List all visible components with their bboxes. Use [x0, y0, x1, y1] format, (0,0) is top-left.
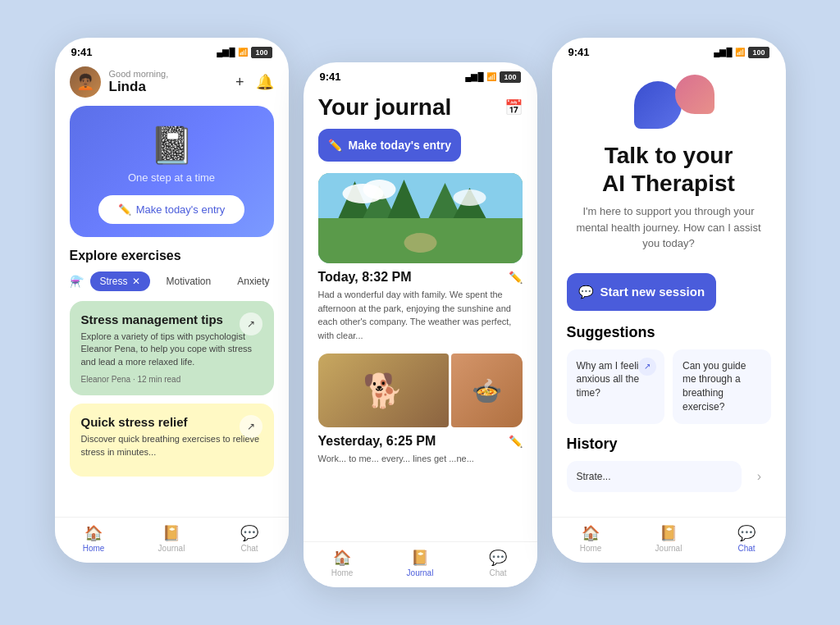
- status-bar-2: 9:41 ▄▆█ 📶 100: [304, 62, 537, 86]
- filter-row: ⚗️ Stress ✕ Motivation Anxiety: [70, 271, 274, 291]
- greeting-text: Good morning, Linda: [109, 69, 169, 95]
- home-icon-1: 🏠: [84, 524, 103, 542]
- nav-home-1[interactable]: 🏠 Home: [73, 524, 114, 553]
- suggestions-section: Suggestions Why am I feeling anxious all…: [552, 324, 786, 424]
- history-section: History Strate... ›: [552, 436, 786, 492]
- pencil-icon-journal: ✏️: [328, 139, 342, 152]
- hero-book-icon: 📓: [86, 124, 258, 167]
- filter-anxiety[interactable]: Anxiety: [227, 271, 273, 291]
- edit-icon-1[interactable]: ✏️: [509, 271, 523, 284]
- nav-chat-2[interactable]: 💬 Chat: [477, 549, 518, 577]
- svg-point-7: [404, 233, 436, 253]
- nav-home-3[interactable]: 🏠 Home: [570, 524, 611, 553]
- journal-icon-1: 📔: [162, 524, 180, 542]
- home-icon-2: 🏠: [333, 549, 351, 567]
- nav-journal-label-3: Journal: [655, 544, 682, 553]
- exercise-card-quick: Quick stress relief Discover quick breat…: [70, 404, 274, 477]
- calendar-icon[interactable]: 📅: [504, 98, 523, 116]
- wifi-icon-2: 📶: [486, 72, 496, 81]
- nav-chat-label-1: Chat: [240, 544, 258, 553]
- journal-entry-1: Today, 8:32 PM ✏️ Had a wonderful day wi…: [318, 173, 523, 342]
- status-bar-3: 9:41 ▄▆█ 📶 100: [552, 38, 786, 62]
- user-info: 🧑🏾‍🦱 Good morning, Linda: [70, 66, 169, 98]
- suggestion-arrow-1: ↗: [638, 358, 656, 376]
- card-meta-1: Eleanor Pena · 12 min read: [81, 375, 262, 384]
- status-bar-1: 9:41 ▄▆█ 📶 100: [55, 38, 289, 62]
- notification-button[interactable]: 🔔: [256, 73, 274, 91]
- entry-image-food: 🍲: [451, 354, 522, 427]
- status-icons-2: ▄▆█ 📶 100: [465, 71, 520, 83]
- add-button[interactable]: +: [235, 73, 244, 91]
- status-time-2: 9:41: [320, 71, 341, 83]
- nav-home-label-3: Home: [580, 544, 602, 553]
- journal-header: Your journal 📅: [304, 86, 537, 129]
- bubble-blue: [634, 81, 682, 129]
- status-time-1: 9:41: [71, 46, 93, 58]
- start-session-button[interactable]: 💬 Start new session: [567, 273, 717, 311]
- entry-date-row-1: Today, 8:32 PM ✏️: [318, 270, 523, 285]
- nav-chat-1[interactable]: 💬 Chat: [229, 524, 270, 553]
- nav-home-label-1: Home: [83, 544, 105, 553]
- make-entry-button-hero[interactable]: ✏️ Make today's entry: [98, 195, 245, 224]
- journal-entry-2: 🐕 🍲 Yesterday, 6:25 PM ✏️ Work... to me.…: [318, 354, 523, 466]
- filter-icon: ⚗️: [70, 275, 84, 288]
- card-title-2: Quick stress relief: [81, 415, 262, 429]
- nav-chat-label-2: Chat: [489, 568, 506, 577]
- suggestion-card-1[interactable]: Why am I feeling anxious all the time? ↗: [567, 349, 665, 424]
- pencil-icon: ✏️: [118, 203, 131, 216]
- nav-journal-1[interactable]: 📔 Journal: [151, 524, 192, 553]
- chat-icon-3: 💬: [737, 524, 756, 542]
- nav-chat-3[interactable]: 💬 Chat: [726, 524, 767, 553]
- bottom-nav-2: 🏠 Home 📔 Journal 💬 Chat: [304, 541, 537, 587]
- bottom-nav-3: 🏠 Home 📔 Journal 💬 Chat: [552, 517, 786, 563]
- chat-bubble-icon: 💬: [578, 285, 594, 299]
- phone-therapist: 9:41 ▄▆█ 📶 100 Talk to your AI Therapist…: [552, 38, 786, 563]
- edit-icon-2[interactable]: ✏️: [509, 435, 523, 448]
- nav-journal-2[interactable]: 📔 Journal: [399, 549, 441, 577]
- status-time-3: 9:41: [568, 46, 590, 58]
- user-name: Linda: [109, 79, 169, 95]
- park-scene: [318, 173, 523, 263]
- phones-container: 9:41 ▄▆█ 📶 100 🧑🏾‍🦱 Good morning, Linda: [55, 38, 786, 587]
- phone-home: 9:41 ▄▆█ 📶 100 🧑🏾‍🦱 Good morning, Linda: [55, 38, 289, 563]
- entry-text-1: Had a wonderful day with family. We spen…: [318, 288, 523, 342]
- exercise-arrow-1[interactable]: ↗: [240, 312, 262, 335]
- entry-images-row: 🐕 🍲: [318, 354, 523, 427]
- suggestion-card-2[interactable]: Can you guide me through a breathing exe…: [673, 349, 771, 424]
- header-row-1: 🧑🏾‍🦱 Good morning, Linda + 🔔: [70, 62, 274, 106]
- therapist-header: Talk to your AI Therapist I'm here to su…: [552, 62, 786, 273]
- nav-journal-3[interactable]: 📔 Journal: [648, 524, 689, 553]
- make-entry-button[interactable]: ✏️ Make today's entry: [318, 129, 462, 162]
- chat-icon-1: 💬: [240, 524, 258, 542]
- journal-icon-2: 📔: [411, 549, 429, 567]
- nav-home-2[interactable]: 🏠 Home: [322, 549, 363, 577]
- history-card-1[interactable]: Strate...: [567, 461, 742, 492]
- suggestions-row: Why am I feeling anxious all the time? ↗…: [567, 349, 771, 424]
- journal-icon-3: 📔: [660, 524, 678, 542]
- status-icons-1: ▄▆█ 📶 100: [217, 47, 272, 58]
- hero-card: 📓 One step at a time ✏️ Make today's ent…: [70, 106, 274, 237]
- signal-icon-2: ▄▆█: [465, 72, 483, 81]
- suggestions-title: Suggestions: [567, 324, 771, 341]
- header-actions: + 🔔: [235, 73, 274, 91]
- svg-point-9: [363, 180, 395, 199]
- history-next-arrow[interactable]: ›: [748, 461, 771, 492]
- filter-motivation[interactable]: Motivation: [157, 271, 221, 291]
- nav-journal-label-1: Journal: [158, 544, 185, 553]
- wifi-icon-1: 📶: [238, 48, 248, 57]
- battery-icon-1: 100: [251, 47, 272, 58]
- chat-bubbles-graphic: [568, 75, 769, 132]
- nav-journal-label-2: Journal: [407, 568, 434, 577]
- entry-date-2: Yesterday, 6:25 PM: [318, 434, 436, 449]
- svg-point-10: [453, 189, 486, 206]
- journal-title: Your journal: [318, 94, 452, 121]
- entry-date-1: Today, 8:32 PM: [318, 270, 412, 285]
- filter-stress[interactable]: Stress ✕: [90, 271, 150, 291]
- chat-icon-2: 💬: [489, 549, 507, 567]
- entry-image-dog: 🐕: [318, 354, 450, 427]
- exercise-arrow-2[interactable]: ↗: [240, 415, 262, 438]
- phone1-content: 🧑🏾‍🦱 Good morning, Linda + 🔔 📓 One step …: [55, 62, 289, 562]
- entry-date-row-2: Yesterday, 6:25 PM ✏️: [318, 434, 523, 449]
- history-title: History: [567, 436, 771, 453]
- nav-home-label-2: Home: [331, 568, 354, 577]
